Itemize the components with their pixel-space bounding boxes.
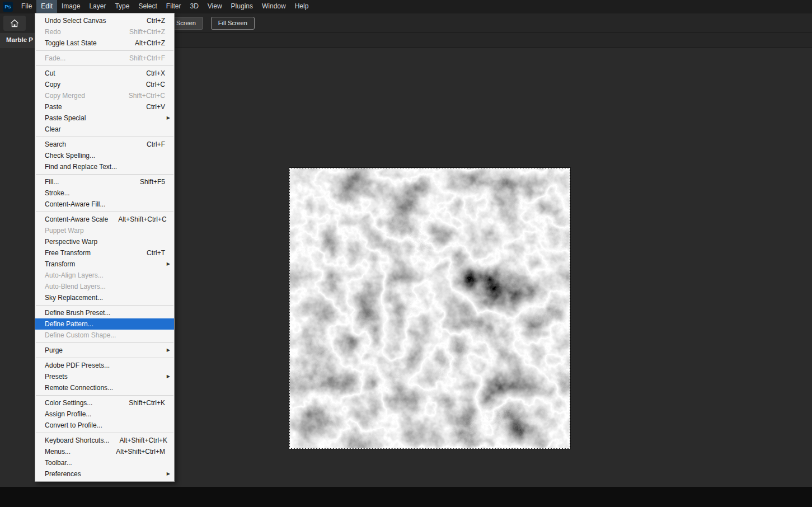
menu-item-label: Purge [45, 345, 165, 356]
menubar-item-type[interactable]: Type [110, 0, 134, 13]
menu-item-perspective-warp[interactable]: Perspective Warp [35, 236, 174, 247]
menu-item-label: Adobe PDF Presets... [45, 360, 165, 371]
menu-item-purge[interactable]: Purge▶ [35, 345, 174, 356]
menu-item-search[interactable]: SearchCtrl+F [35, 139, 174, 150]
menu-item-remote-connections[interactable]: Remote Connections... [35, 382, 174, 393]
home-icon [10, 19, 19, 27]
menu-separator [36, 433, 173, 433]
menu-item-label: Convert to Profile... [45, 420, 165, 431]
menu-item-copy[interactable]: CopyCtrl+C [35, 79, 174, 90]
menu-item-shortcut: Ctrl+Z [147, 15, 165, 26]
menu-item-shortcut: Ctrl+V [146, 101, 165, 112]
menu-separator [36, 358, 173, 358]
menu-item-shortcut: Alt+Shift+Ctrl+C [118, 214, 166, 225]
menu-item-free-transform[interactable]: Free TransformCtrl+T [35, 247, 174, 259]
menu-item-clear[interactable]: Clear [35, 124, 174, 135]
menubar-item-select[interactable]: Select [134, 0, 161, 13]
menu-item-auto-blend-layers: Auto-Blend Layers... [35, 281, 174, 292]
menu-item-label: Copy Merged [45, 90, 119, 101]
menu-item-content-aware-fill[interactable]: Content-Aware Fill... [35, 199, 174, 210]
menu-separator [36, 174, 173, 175]
menu-item-label: Content-Aware Scale [45, 214, 108, 225]
bottom-bar [0, 487, 812, 507]
menubar-item-image[interactable]: Image [57, 0, 85, 13]
menu-item-cut[interactable]: CutCtrl+X [35, 68, 174, 79]
canvas-document[interactable] [290, 168, 570, 448]
menu-item-label: Search [45, 139, 137, 150]
menu-separator [36, 137, 173, 137]
submenu-arrow-icon: ▶ [167, 468, 170, 480]
submenu-arrow-icon: ▶ [167, 371, 170, 382]
menu-item-label: Paste [45, 101, 136, 112]
menu-item-label: Perspective Warp [45, 236, 165, 247]
menu-item-label: Cut [45, 68, 136, 79]
menu-item-toolbar[interactable]: Toolbar... [35, 457, 174, 468]
menu-item-undo-select-canvas[interactable]: Undo Select CanvasCtrl+Z [35, 15, 174, 26]
menubar-item-help[interactable]: Help [290, 0, 313, 13]
menu-separator [36, 305, 173, 306]
menu-item-shortcut: Shift+F5 [140, 176, 165, 187]
menu-item-check-spelling[interactable]: Check Spelling... [35, 150, 174, 161]
menu-item-keyboard-shortcuts[interactable]: Keyboard Shortcuts...Alt+Shift+Ctrl+K [35, 435, 174, 446]
menu-item-label: Clear [45, 124, 165, 135]
menu-item-label: Preferences [45, 468, 165, 480]
menu-item-label: Define Brush Preset... [45, 307, 165, 318]
menubar-item-layer[interactable]: Layer [85, 0, 110, 13]
menu-item-label: Copy [45, 79, 136, 90]
menu-item-label: Free Transform [45, 247, 137, 259]
menu-item-copy-merged: Copy MergedShift+Ctrl+C [35, 90, 174, 101]
menu-item-label: Toolbar... [45, 457, 165, 468]
submenu-arrow-icon: ▶ [167, 259, 170, 270]
menu-item-shortcut: Shift+Ctrl+F [129, 53, 165, 64]
menu-item-define-brush-preset[interactable]: Define Brush Preset... [35, 307, 174, 318]
menu-item-label: Presets [45, 371, 165, 382]
menu-item-shortcut: Ctrl+X [146, 68, 165, 79]
edit-menu: Undo Select CanvasCtrl+ZRedoShift+Ctrl+Z… [35, 13, 175, 482]
menu-item-fade: Fade...Shift+Ctrl+F [35, 53, 174, 64]
menu-item-label: Auto-Align Layers... [45, 270, 165, 281]
submenu-arrow-icon: ▶ [167, 345, 170, 356]
menu-item-label: Check Spelling... [45, 150, 165, 161]
menu-item-assign-profile[interactable]: Assign Profile... [35, 409, 174, 420]
menubar-item-window[interactable]: Window [257, 0, 290, 13]
menu-item-fill[interactable]: Fill...Shift+F5 [35, 176, 174, 187]
menu-item-label: Fade... [45, 53, 119, 64]
fill-screen-button[interactable]: Fill Screen [211, 17, 255, 30]
menu-item-preferences[interactable]: Preferences▶ [35, 468, 174, 480]
home-button[interactable] [3, 16, 26, 31]
menu-item-label: Puppet Warp [45, 225, 165, 236]
menu-item-paste-special[interactable]: Paste Special▶ [35, 112, 174, 124]
menubar-item-edit[interactable]: Edit [36, 0, 57, 13]
menu-item-label: Define Custom Shape... [45, 330, 165, 341]
menubar-item-file[interactable]: File [17, 0, 36, 13]
menu-item-menus[interactable]: Menus...Alt+Shift+Ctrl+M [35, 446, 174, 457]
menubar-item-plugins[interactable]: Plugins [227, 0, 257, 13]
photoshop-logo-icon: Ps [3, 2, 13, 12]
submenu-arrow-icon: ▶ [167, 112, 170, 124]
menu-item-define-pattern[interactable]: Define Pattern... [35, 318, 174, 330]
menubar-item-view[interactable]: View [203, 0, 227, 13]
menu-item-paste[interactable]: PasteCtrl+V [35, 101, 174, 112]
menu-separator [36, 50, 173, 51]
menu-item-stroke[interactable]: Stroke... [35, 187, 174, 199]
menu-item-sky-replacement[interactable]: Sky Replacement... [35, 292, 174, 303]
menu-item-content-aware-scale[interactable]: Content-Aware ScaleAlt+Shift+Ctrl+C [35, 214, 174, 225]
menu-item-redo: RedoShift+Ctrl+Z [35, 26, 174, 37]
marble-texture-image[interactable] [290, 168, 570, 448]
menu-item-label: Sky Replacement... [45, 292, 165, 303]
menubar-item-3d[interactable]: 3D [185, 0, 203, 13]
menu-item-shortcut: Shift+Ctrl+C [129, 90, 165, 101]
menu-item-shortcut: Shift+Ctrl+Z [129, 26, 165, 37]
menu-item-find-and-replace-text[interactable]: Find and Replace Text... [35, 161, 174, 172]
menu-item-transform[interactable]: Transform▶ [35, 259, 174, 270]
menu-item-label: Auto-Blend Layers... [45, 281, 165, 292]
menu-item-adobe-pdf-presets[interactable]: Adobe PDF Presets... [35, 360, 174, 371]
menu-item-label: Paste Special [45, 112, 165, 124]
menu-item-toggle-last-state[interactable]: Toggle Last StateAlt+Ctrl+Z [35, 37, 174, 49]
menu-item-label: Find and Replace Text... [45, 161, 165, 172]
menu-item-label: Toggle Last State [45, 37, 125, 49]
menubar-item-filter[interactable]: Filter [162, 0, 186, 13]
menu-item-color-settings[interactable]: Color Settings...Shift+Ctrl+K [35, 397, 174, 409]
menu-item-convert-to-profile[interactable]: Convert to Profile... [35, 420, 174, 431]
menu-item-presets[interactable]: Presets▶ [35, 371, 174, 382]
